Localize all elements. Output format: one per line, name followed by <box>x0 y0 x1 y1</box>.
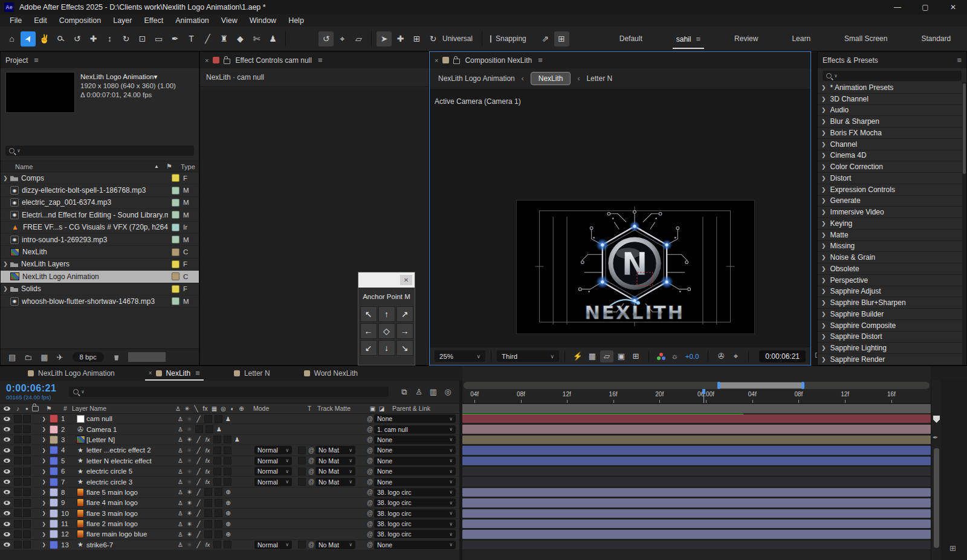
number-column[interactable]: # <box>59 405 72 412</box>
layer-label-chip[interactable] <box>48 414 59 423</box>
layer-label-chip[interactable] <box>48 541 59 549</box>
expand-arrow-icon[interactable]: ❯ <box>1 261 10 267</box>
timeline-tab[interactable]: Letter N <box>230 369 274 381</box>
quality-switch-icon[interactable]: ╱ <box>194 489 203 495</box>
switch-box[interactable] <box>213 541 221 549</box>
rectangle-tool[interactable]: ▭ <box>151 31 166 47</box>
effects-category-row[interactable]: ❯ Noise & Grain <box>818 252 962 263</box>
comp-mini-flowchart-icon[interactable]: ⧉ <box>397 386 412 398</box>
switch-box[interactable] <box>195 425 203 433</box>
expand-arrow-icon[interactable]: ❯ <box>39 489 48 495</box>
expand-arrow-icon[interactable]: ❯ <box>821 345 826 351</box>
solo-toggle[interactable] <box>22 457 31 465</box>
anchor-arrow-button[interactable]: ↘ <box>396 340 413 356</box>
audio-toggle[interactable] <box>13 457 22 465</box>
eye-toggle[interactable] <box>0 490 13 494</box>
layer-name[interactable]: letter ...ectric effect 2 <box>86 446 176 454</box>
comp-marker-icon[interactable] <box>933 416 940 423</box>
layer-row[interactable]: ❯ 5 letter N electric effect ♙ ✳ ╱ fx <box>0 456 459 466</box>
switch-box[interactable] <box>204 509 212 517</box>
layer-label-chip[interactable] <box>48 530 59 538</box>
parent-dropdown[interactable]: None∨ <box>374 541 456 549</box>
exposure-icon[interactable]: ☼ <box>668 350 681 362</box>
expand-arrow-icon[interactable]: ❯ <box>821 130 826 136</box>
label-color-chip[interactable] <box>172 297 179 305</box>
close-tab-icon[interactable]: × <box>149 370 152 376</box>
eye-toggle[interactable] <box>0 448 13 452</box>
eye-toggle[interactable] <box>0 427 13 431</box>
project-item-row[interactable]: ❯ NexLith Layers F <box>1 259 199 271</box>
parent-pickwhip-icon[interactable]: @ <box>366 416 374 422</box>
track-matte-dropdown[interactable]: No Mat∨ <box>315 446 355 454</box>
expand-arrow-icon[interactable]: ❯ <box>821 85 826 91</box>
workspace-tab[interactable]: Default≡ <box>618 34 644 43</box>
selection-tool[interactable]: ➤ <box>21 31 36 47</box>
expand-arrow-icon[interactable]: ❯ <box>821 254 826 260</box>
anchor-arrow-button[interactable]: ◇ <box>378 323 395 339</box>
minimize-button[interactable]: — <box>884 0 911 14</box>
project-item-row[interactable]: ❯ Comps F <box>1 172 199 184</box>
project-item-row[interactable]: NexLith C <box>1 246 199 258</box>
collapse-switch-icon[interactable]: ✳ <box>185 541 194 548</box>
effects-category-row[interactable]: ❯ Sapphire Lighting <box>818 343 962 354</box>
threed-switch-icon[interactable]: ⊕ <box>224 521 233 527</box>
parent-pickwhip-icon[interactable]: @ <box>366 457 374 464</box>
layer-duration-bar[interactable] <box>462 530 931 538</box>
audio-toggle[interactable] <box>13 541 22 549</box>
parent-dropdown[interactable]: None∨ <box>374 467 456 475</box>
layer-duration-bar[interactable] <box>462 467 931 475</box>
bit-depth-button[interactable]: 8 bpc <box>73 352 104 362</box>
anchor-switch-icon[interactable]: ♙ <box>176 447 185 454</box>
layer-row[interactable]: ❯ 6 electric circle 5 ♙ ✳ ╱ fx <box>0 466 459 477</box>
threed-switch-icon[interactable]: ♟ <box>215 426 224 433</box>
region-of-interest-icon[interactable]: ⊞ <box>554 31 569 47</box>
switch-box[interactable] <box>224 541 231 549</box>
layer-name[interactable]: flare 2 main logo <box>86 520 176 527</box>
track-matte-pick-icon[interactable]: @ <box>307 468 315 475</box>
parent-dropdown[interactable]: 1. cam null∨ <box>374 425 456 434</box>
lock-icon[interactable] <box>453 59 460 64</box>
fx-switch-icon[interactable]: fx <box>203 447 212 454</box>
workspace-tab[interactable]: Standard≡ <box>920 34 952 43</box>
current-time-indicator[interactable] <box>703 389 704 403</box>
expand-arrow-icon[interactable]: ❯ <box>821 300 826 306</box>
expand-arrow-icon[interactable]: ❯ <box>821 175 826 181</box>
project-comp-name[interactable]: NexLith Logo Animation▾ <box>80 72 176 82</box>
quality-switch-icon[interactable]: ╱ <box>194 457 203 464</box>
anchor-arrow-button[interactable]: ← <box>360 323 377 339</box>
anchor-switch-icon[interactable]: ♙ <box>176 416 185 422</box>
workspace-menu-icon[interactable]: ≡ <box>696 34 700 43</box>
anchor-arrow-button[interactable]: ↓ <box>378 340 395 356</box>
take-snapshot-icon[interactable]: ✇ <box>714 350 728 362</box>
magnification-dropdown[interactable]: 25%∨ <box>435 350 485 362</box>
expand-arrow-icon[interactable]: ❯ <box>821 356 826 362</box>
track-matte-dropdown[interactable]: No Mat∨ <box>315 541 355 549</box>
workspace-tab[interactable]: Small Screen≡ <box>843 34 888 43</box>
switch-column-icon[interactable]: ✳ <box>183 405 192 412</box>
anchor-switch-icon[interactable]: ♙ <box>176 531 185 538</box>
collapse-switch-icon[interactable]: ✳ <box>185 500 194 506</box>
solo-toggle[interactable] <box>22 425 31 433</box>
grid-tool[interactable]: ⊞ <box>409 31 424 47</box>
grid-guides-icon[interactable]: ▱ <box>600 350 613 362</box>
layer-name[interactable]: flare 5 main logo <box>86 489 176 496</box>
parent-dropdown[interactable]: 38. logo circ∨ <box>374 530 456 538</box>
hand-tool[interactable]: ✌ <box>37 31 52 47</box>
effects-category-row[interactable]: ❯ Sapphire Adjust <box>818 286 962 298</box>
t-column[interactable]: T <box>302 405 317 412</box>
switch-box[interactable] <box>224 468 231 475</box>
switch-box[interactable] <box>224 436 231 443</box>
track-matte-pick-icon[interactable]: @ <box>307 478 315 485</box>
switch-box[interactable] <box>215 509 222 517</box>
parent-pickwhip-icon[interactable]: @ <box>366 510 374 517</box>
layer-duration-bar[interactable] <box>462 414 931 423</box>
threed-switch-icon[interactable]: ⊕ <box>224 531 233 538</box>
parent-dropdown[interactable]: None∨ <box>374 414 456 423</box>
project-tab-label[interactable]: Project <box>5 56 28 65</box>
collapse-switch-icon[interactable]: ✳ <box>185 447 194 454</box>
quality-switch-icon[interactable]: ╱ <box>194 510 203 517</box>
expand-arrow-icon[interactable]: ❯ <box>39 510 48 516</box>
video-column-icon[interactable] <box>0 407 13 411</box>
layer-row[interactable]: ❯ 8 flare 5 main logo ♙ ✳ ╱ fx ⊕ <box>0 488 459 498</box>
expand-arrow-icon[interactable]: ❯ <box>39 500 48 506</box>
